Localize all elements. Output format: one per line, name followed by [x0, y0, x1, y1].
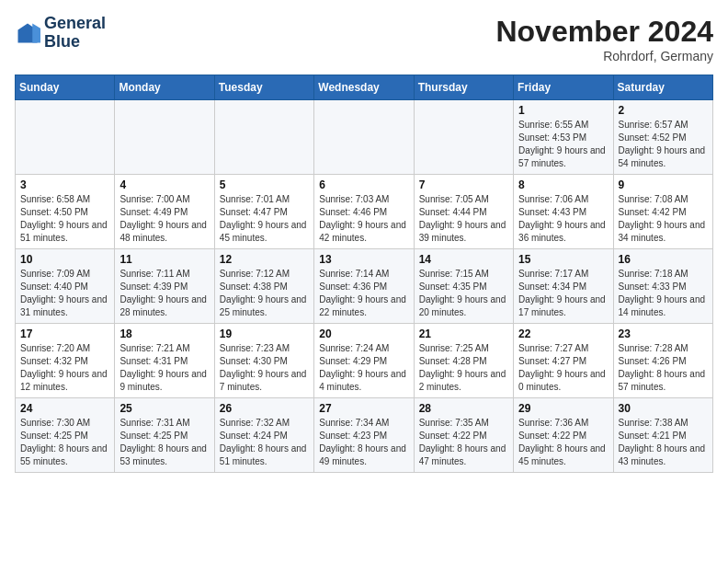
day-info: Sunrise: 7:24 AMSunset: 4:29 PMDaylight:…: [319, 342, 408, 394]
day-number: 29: [518, 402, 608, 415]
day-number: 8: [518, 178, 608, 191]
day-number: 15: [518, 253, 608, 266]
day-number: 17: [20, 327, 109, 340]
day-info: Sunrise: 7:14 AMSunset: 4:36 PMDaylight:…: [319, 268, 408, 319]
day-info: Sunrise: 7:30 AMSunset: 4:25 PMDaylight:…: [20, 417, 109, 468]
day-number: 28: [419, 402, 508, 415]
day-info: Sunrise: 7:36 AMSunset: 4:22 PMDaylight:…: [518, 417, 608, 468]
day-info: Sunrise: 7:00 AMSunset: 4:49 PMDaylight:…: [119, 193, 209, 245]
weekday-header: Sunday: [16, 75, 115, 100]
day-info: Sunrise: 7:27 AMSunset: 4:27 PMDaylight:…: [518, 342, 608, 394]
day-info: Sunrise: 7:03 AMSunset: 4:46 PMDaylight:…: [319, 193, 408, 245]
calendar-week-row: 3Sunrise: 6:58 AMSunset: 4:50 PMDaylight…: [16, 175, 713, 249]
calendar-body: 1Sunrise: 6:55 AMSunset: 4:53 PMDaylight…: [16, 100, 713, 473]
location: Rohrdorf, Germany: [495, 49, 713, 63]
day-number: 22: [518, 327, 608, 340]
calendar-cell: 2Sunrise: 6:57 AMSunset: 4:52 PMDaylight…: [613, 100, 712, 175]
day-number: 7: [419, 178, 508, 191]
day-info: Sunrise: 7:31 AMSunset: 4:25 PMDaylight:…: [119, 417, 209, 468]
weekday-header: Wednesday: [314, 75, 414, 100]
calendar-cell: 28Sunrise: 7:35 AMSunset: 4:22 PMDayligh…: [414, 398, 513, 473]
day-number: 18: [119, 327, 209, 340]
title-section: November 2024 Rohrdorf, Germany: [495, 15, 713, 63]
month-title: November 2024: [495, 15, 713, 49]
calendar-cell: [414, 100, 513, 175]
day-number: 11: [119, 253, 209, 266]
calendar-cell: 13Sunrise: 7:14 AMSunset: 4:36 PMDayligh…: [314, 249, 414, 324]
day-info: Sunrise: 6:55 AMSunset: 4:53 PMDaylight:…: [518, 119, 608, 170]
calendar-cell: 15Sunrise: 7:17 AMSunset: 4:34 PMDayligh…: [514, 249, 613, 324]
calendar-cell: 8Sunrise: 7:06 AMSunset: 4:43 PMDaylight…: [514, 175, 613, 249]
logo: General Blue: [15, 15, 106, 52]
calendar-cell: 6Sunrise: 7:03 AMSunset: 4:46 PMDaylight…: [314, 175, 414, 249]
svg-marker-1: [32, 23, 40, 42]
calendar-cell: [314, 100, 414, 175]
weekday-header: Thursday: [414, 75, 513, 100]
day-number: 23: [619, 327, 708, 340]
day-number: 30: [619, 402, 708, 415]
day-info: Sunrise: 7:01 AMSunset: 4:47 PMDaylight:…: [220, 193, 309, 245]
calendar-cell: 18Sunrise: 7:21 AMSunset: 4:31 PMDayligh…: [115, 324, 214, 398]
calendar-cell: [214, 100, 313, 175]
day-info: Sunrise: 7:06 AMSunset: 4:43 PMDaylight:…: [518, 193, 608, 245]
day-number: 20: [319, 327, 408, 340]
calendar-cell: [115, 100, 214, 175]
calendar-cell: 26Sunrise: 7:32 AMSunset: 4:24 PMDayligh…: [214, 398, 313, 473]
calendar-week-row: 10Sunrise: 7:09 AMSunset: 4:40 PMDayligh…: [16, 249, 713, 324]
day-info: Sunrise: 7:25 AMSunset: 4:28 PMDaylight:…: [419, 342, 508, 394]
day-info: Sunrise: 7:34 AMSunset: 4:23 PMDaylight:…: [319, 417, 408, 468]
weekday-header: Saturday: [613, 75, 712, 100]
day-info: Sunrise: 7:11 AMSunset: 4:39 PMDaylight:…: [119, 268, 209, 319]
calendar-cell: 3Sunrise: 6:58 AMSunset: 4:50 PMDaylight…: [16, 175, 115, 249]
calendar-cell: 14Sunrise: 7:15 AMSunset: 4:35 PMDayligh…: [414, 249, 513, 324]
day-number: 16: [619, 253, 708, 266]
calendar-cell: 24Sunrise: 7:30 AMSunset: 4:25 PMDayligh…: [16, 398, 115, 473]
calendar-week-row: 1Sunrise: 6:55 AMSunset: 4:53 PMDaylight…: [16, 100, 713, 175]
day-number: 9: [619, 178, 708, 191]
weekday-header: Monday: [115, 75, 214, 100]
calendar-cell: [16, 100, 115, 175]
day-info: Sunrise: 7:18 AMSunset: 4:33 PMDaylight:…: [619, 268, 708, 319]
day-info: Sunrise: 7:08 AMSunset: 4:42 PMDaylight:…: [619, 193, 708, 245]
day-number: 10: [20, 253, 109, 266]
calendar-week-row: 24Sunrise: 7:30 AMSunset: 4:25 PMDayligh…: [16, 398, 713, 473]
day-info: Sunrise: 7:23 AMSunset: 4:30 PMDaylight:…: [220, 342, 309, 394]
day-number: 21: [419, 327, 508, 340]
day-info: Sunrise: 7:12 AMSunset: 4:38 PMDaylight:…: [220, 268, 309, 319]
calendar-header: SundayMondayTuesdayWednesdayThursdayFrid…: [16, 75, 713, 100]
calendar-cell: 12Sunrise: 7:12 AMSunset: 4:38 PMDayligh…: [214, 249, 313, 324]
weekday-header: Friday: [514, 75, 613, 100]
day-number: 2: [619, 104, 708, 117]
weekday-header-row: SundayMondayTuesdayWednesdayThursdayFrid…: [16, 75, 713, 100]
day-number: 25: [119, 402, 209, 415]
calendar-week-row: 17Sunrise: 7:20 AMSunset: 4:32 PMDayligh…: [16, 324, 713, 398]
calendar-cell: 10Sunrise: 7:09 AMSunset: 4:40 PMDayligh…: [16, 249, 115, 324]
day-info: Sunrise: 7:05 AMSunset: 4:44 PMDaylight:…: [419, 193, 508, 245]
calendar-cell: 17Sunrise: 7:20 AMSunset: 4:32 PMDayligh…: [16, 324, 115, 398]
day-number: 5: [220, 178, 309, 191]
calendar-cell: 29Sunrise: 7:36 AMSunset: 4:22 PMDayligh…: [514, 398, 613, 473]
day-number: 1: [518, 104, 608, 117]
calendar-cell: 11Sunrise: 7:11 AMSunset: 4:39 PMDayligh…: [115, 249, 214, 324]
calendar-cell: 16Sunrise: 7:18 AMSunset: 4:33 PMDayligh…: [613, 249, 712, 324]
calendar-cell: 9Sunrise: 7:08 AMSunset: 4:42 PMDaylight…: [613, 175, 712, 249]
calendar-cell: 30Sunrise: 7:38 AMSunset: 4:21 PMDayligh…: [613, 398, 712, 473]
day-info: Sunrise: 7:32 AMSunset: 4:24 PMDaylight:…: [220, 417, 309, 468]
calendar-cell: 19Sunrise: 7:23 AMSunset: 4:30 PMDayligh…: [214, 324, 313, 398]
day-number: 13: [319, 253, 408, 266]
day-info: Sunrise: 7:28 AMSunset: 4:26 PMDaylight:…: [619, 342, 708, 394]
calendar-cell: 5Sunrise: 7:01 AMSunset: 4:47 PMDaylight…: [214, 175, 313, 249]
day-number: 6: [319, 178, 408, 191]
day-number: 4: [119, 178, 209, 191]
day-number: 26: [220, 402, 309, 415]
calendar-cell: 4Sunrise: 7:00 AMSunset: 4:49 PMDaylight…: [115, 175, 214, 249]
day-number: 27: [319, 402, 408, 415]
day-number: 3: [20, 178, 109, 191]
calendar-cell: 7Sunrise: 7:05 AMSunset: 4:44 PMDaylight…: [414, 175, 513, 249]
day-info: Sunrise: 7:15 AMSunset: 4:35 PMDaylight:…: [419, 268, 508, 319]
day-info: Sunrise: 7:17 AMSunset: 4:34 PMDaylight:…: [518, 268, 608, 319]
day-info: Sunrise: 7:35 AMSunset: 4:22 PMDaylight:…: [419, 417, 508, 468]
page-header: General Blue November 2024 Rohrdorf, Ger…: [15, 15, 713, 63]
calendar-cell: 1Sunrise: 6:55 AMSunset: 4:53 PMDaylight…: [514, 100, 613, 175]
day-number: 14: [419, 253, 508, 266]
